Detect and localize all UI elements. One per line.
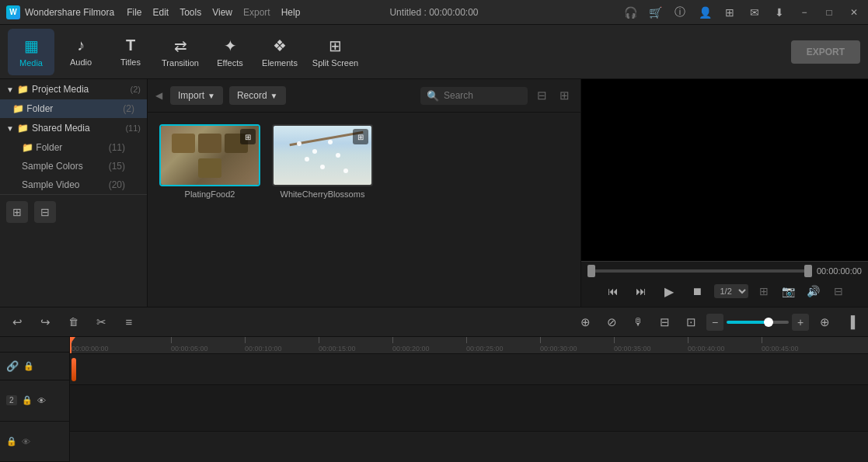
ruler-mark-30: 00:00:30:00 bbox=[540, 337, 577, 353]
undo-button[interactable]: ↩ bbox=[6, 311, 28, 333]
menu-tools[interactable]: Tools bbox=[180, 7, 201, 18]
toolbar-effects[interactable]: ✦ Effects bbox=[207, 29, 253, 75]
stop-button[interactable]: ⏹ bbox=[686, 280, 708, 302]
project-folder-item[interactable]: 📁 Folder (2) bbox=[0, 99, 147, 118]
shared-folder-item[interactable]: 📁 Folder (11) bbox=[0, 138, 147, 157]
search-input[interactable] bbox=[444, 90, 521, 101]
snapshot-button[interactable]: 📷 bbox=[779, 282, 798, 300]
cherry-dot-3 bbox=[328, 140, 333, 144]
film-button[interactable]: ⊟ bbox=[654, 311, 675, 333]
ruler-mark-5: 00:00:05:00 bbox=[171, 337, 208, 353]
sample-video-label: Sample Video bbox=[22, 179, 80, 190]
cherry-thumbnail[interactable]: ⊞ bbox=[272, 124, 373, 186]
toolbar-split-screen[interactable]: ⊞ Split Screen bbox=[306, 29, 364, 75]
project-media-section[interactable]: ▼ 📁 Project Media (2) bbox=[0, 79, 147, 99]
project-folder-count: (2) bbox=[123, 103, 134, 114]
toolbar-audio[interactable]: ♪ Audio bbox=[58, 29, 104, 75]
media-item-cherry[interactable]: ⊞ WhiteCherryBlossoms bbox=[272, 124, 373, 295]
preview-progress-bar[interactable] bbox=[587, 269, 812, 273]
zoom-in-button[interactable]: + bbox=[792, 314, 809, 331]
playback-speed-select[interactable]: 1/2 1/4 1x bbox=[714, 284, 748, 298]
redo-button[interactable]: ↪ bbox=[34, 311, 56, 333]
track-2-lock-icon[interactable]: 🔒 bbox=[22, 395, 33, 405]
cart-icon[interactable]: 🛒 bbox=[647, 5, 663, 20]
subtitle-button[interactable]: ⊡ bbox=[680, 311, 702, 333]
timeline-in-point[interactable] bbox=[587, 265, 595, 277]
export-button[interactable]: EXPORT bbox=[791, 40, 860, 64]
zoom-out-button[interactable]: − bbox=[706, 314, 723, 331]
audio-record-button[interactable]: 🎙 bbox=[627, 311, 649, 333]
settings-button[interactable]: ⊟ bbox=[829, 282, 848, 300]
media-item-food[interactable]: ⊞ PlatingFood2 bbox=[159, 124, 260, 295]
playhead-indicator bbox=[70, 337, 75, 343]
download-icon[interactable]: ⬇ bbox=[772, 5, 787, 20]
cut-button[interactable]: ✂ bbox=[90, 311, 112, 333]
media-area: ◀ Import ▼ Record ▼ 🔍 ⊟ ⊞ bbox=[148, 79, 580, 307]
menu-help[interactable]: Help bbox=[281, 7, 301, 18]
info-icon[interactable]: ⓘ bbox=[672, 5, 688, 20]
track-3-eye-icon[interactable]: 👁 bbox=[22, 437, 30, 446]
record-button[interactable]: Record ▼ bbox=[229, 86, 286, 105]
new-folder-button[interactable]: ⊞ bbox=[6, 201, 28, 223]
minimize-button[interactable]: − bbox=[797, 5, 812, 20]
mail-icon[interactable]: ✉ bbox=[747, 5, 762, 20]
search-box: 🔍 bbox=[420, 87, 528, 105]
frame-back-button[interactable]: ⏭ bbox=[630, 280, 652, 302]
cherry-media-name: WhiteCherryBlossoms bbox=[281, 189, 365, 199]
motion-track-button[interactable]: ⊕ bbox=[574, 311, 596, 333]
full-screen-button[interactable]: ⊞ bbox=[755, 282, 773, 300]
track-label-3: 2 🔒 👁 bbox=[0, 380, 69, 422]
layout-icon[interactable]: ⊞ bbox=[722, 5, 737, 20]
toolbar-media[interactable]: ▦ Media bbox=[8, 29, 54, 75]
adjust-button[interactable]: ≡ bbox=[118, 311, 140, 333]
import-button[interactable]: Import ▼ bbox=[170, 86, 223, 105]
track-lock-icon[interactable]: 🔒 bbox=[23, 361, 34, 371]
grid-view-icon[interactable]: ⊞ bbox=[556, 85, 573, 106]
ruler-mark-15: 00:00:15:00 bbox=[319, 337, 356, 353]
user-icon[interactable]: 👤 bbox=[697, 5, 713, 20]
timeline-scroll-area[interactable]: 00:00:00:00 00:00:05:00 00:00:10:00 00:0… bbox=[70, 337, 868, 462]
timeline-right-tools: ⊕ ⊘ 🎙 ⊟ ⊡ − + ⊕ ▐ bbox=[574, 311, 862, 333]
menu-edit[interactable]: Edit bbox=[153, 7, 169, 18]
food-item-4 bbox=[198, 158, 221, 178]
shared-media-section[interactable]: ▼ 📁 Shared Media (11) bbox=[0, 118, 147, 138]
add-track-button[interactable]: ⊕ bbox=[814, 311, 835, 333]
link-folder-button[interactable]: ⊟ bbox=[34, 201, 56, 223]
timeline-ruler: 00:00:00:00 00:00:05:00 00:00:10:00 00:0… bbox=[70, 337, 868, 354]
play-button[interactable]: ▶ bbox=[658, 280, 680, 302]
headphone-icon[interactable]: 🎧 bbox=[622, 5, 638, 20]
toolbar-elements[interactable]: ❖ Elements bbox=[256, 29, 303, 75]
sample-colors-item[interactable]: Sample Colors (15) bbox=[0, 157, 147, 175]
sample-colors-count: (15) bbox=[109, 161, 125, 172]
track-2-eye-icon[interactable]: 👁 bbox=[37, 396, 46, 405]
playhead[interactable] bbox=[70, 337, 71, 353]
timeline-out-point[interactable] bbox=[804, 265, 812, 277]
maximize-button[interactable]: □ bbox=[821, 5, 837, 20]
ruler-mark-40: 00:00:40:00 bbox=[688, 337, 725, 353]
toolbar-transition[interactable]: ⇄ Transition bbox=[157, 29, 204, 75]
filter-icon[interactable]: ⊟ bbox=[534, 85, 550, 106]
more-options-button[interactable]: ▐ bbox=[840, 311, 862, 333]
track-label-4: 🔒 👁 bbox=[0, 422, 69, 462]
zoom-slider[interactable] bbox=[727, 321, 789, 324]
toolbar-titles[interactable]: T Titles bbox=[107, 29, 154, 75]
menu-export[interactable]: Export bbox=[243, 7, 270, 18]
delete-button[interactable]: 🗑 bbox=[62, 311, 84, 333]
track-3-lock-icon[interactable]: 🔒 bbox=[6, 436, 17, 446]
shield-button[interactable]: ⊘ bbox=[601, 311, 622, 333]
timeline-track-area bbox=[70, 354, 868, 462]
collapse-panel-button[interactable]: ◀ bbox=[155, 90, 162, 101]
close-button[interactable]: ✕ bbox=[846, 5, 862, 20]
sample-video-item[interactable]: Sample Video (20) bbox=[0, 175, 147, 194]
menu-view[interactable]: View bbox=[212, 7, 232, 18]
track-2-badge: 2 bbox=[6, 395, 17, 405]
titles-label: Titles bbox=[120, 57, 141, 67]
ruler-mark-45: 00:00:45:00 bbox=[762, 337, 799, 353]
track-snap-icon[interactable]: 🔗 bbox=[6, 360, 19, 372]
menu-file[interactable]: File bbox=[127, 7, 141, 18]
food-thumbnail[interactable]: ⊞ bbox=[159, 124, 260, 186]
volume-button[interactable]: 🔊 bbox=[804, 282, 823, 300]
step-back-button[interactable]: ⏮ bbox=[602, 280, 624, 302]
video-clip-1[interactable] bbox=[71, 358, 76, 381]
preview-controls: 00:00:00:00 ⏮ ⏭ ▶ ⏹ 1/2 1/4 1x ⊞ 📷 🔊 ⊟ bbox=[581, 261, 868, 307]
